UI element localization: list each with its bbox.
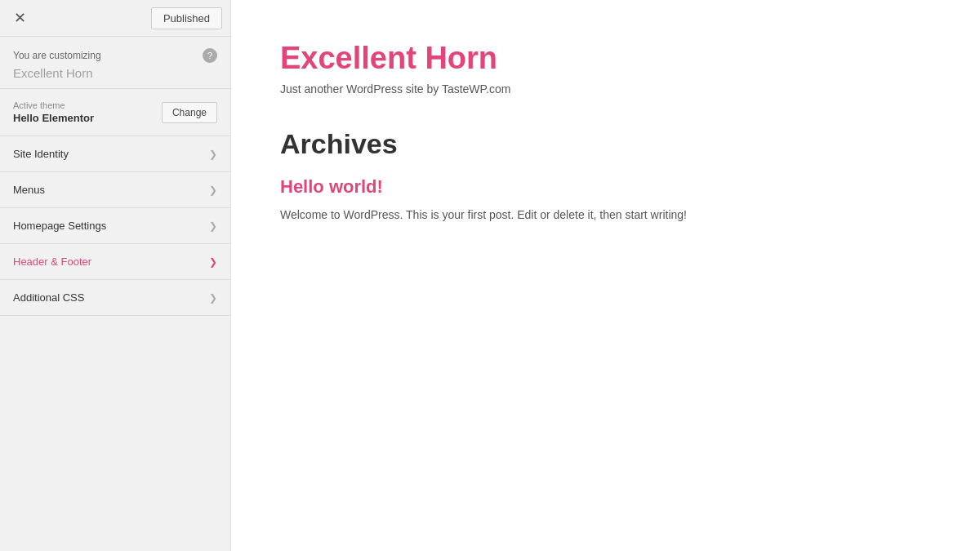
top-bar: ✕ Published <box>0 0 230 37</box>
customizing-text: You are customizing <box>13 50 101 61</box>
site-tagline: Just another WordPress site by TasteWP.c… <box>280 82 931 96</box>
help-icon[interactable]: ? <box>203 48 217 63</box>
chevron-right-icon: ❯ <box>209 220 217 232</box>
theme-name: Hello Elementor <box>13 112 94 124</box>
menu-item-homepage-settings[interactable]: Homepage Settings❯ <box>0 208 230 244</box>
theme-section: Active theme Hello Elementor Change <box>0 89 230 136</box>
menu-item-label: Menus <box>13 184 45 196</box>
menu-item-site-identity[interactable]: Site Identity❯ <box>0 136 230 172</box>
post-excerpt: Welcome to WordPress. This is your first… <box>280 206 931 224</box>
info-section: You are customizing ? Excellent Horn <box>0 37 230 89</box>
close-icon: ✕ <box>14 9 26 27</box>
menu-item-header-and-footer[interactable]: Header & Footer❯ <box>0 244 230 280</box>
menu-item-label: Header & Footer <box>13 256 91 268</box>
theme-info: Active theme Hello Elementor <box>13 100 94 124</box>
change-theme-button[interactable]: Change <box>162 102 217 123</box>
menu-item-label: Homepage Settings <box>13 220 106 232</box>
menu-items: Site Identity❯Menus❯Homepage Settings❯He… <box>0 136 230 551</box>
chevron-right-icon: ❯ <box>209 149 217 160</box>
customizing-row: You are customizing ? <box>13 48 217 63</box>
menu-item-label: Additional CSS <box>13 291 84 304</box>
menu-item-menus[interactable]: Menus❯ <box>0 172 230 208</box>
archives-heading: Archives <box>280 128 931 160</box>
site-title: Excellent Horn <box>280 41 931 76</box>
close-button[interactable]: ✕ <box>8 7 31 29</box>
sidebar: ✕ Published You are customizing ? Excell… <box>0 0 231 551</box>
main-content: Excellent Horn Just another WordPress si… <box>231 0 980 551</box>
chevron-right-icon: ❯ <box>209 184 217 196</box>
chevron-right-icon: ❯ <box>209 292 217 304</box>
menu-item-additional-css[interactable]: Additional CSS❯ <box>0 280 230 316</box>
chevron-right-icon: ❯ <box>209 256 217 268</box>
site-name-link[interactable]: Excellent Horn <box>13 66 217 80</box>
active-theme-label: Active theme <box>13 100 94 110</box>
post-title: Hello world! <box>280 176 931 198</box>
menu-item-label: Site Identity <box>13 148 69 160</box>
published-button[interactable]: Published <box>151 7 222 29</box>
